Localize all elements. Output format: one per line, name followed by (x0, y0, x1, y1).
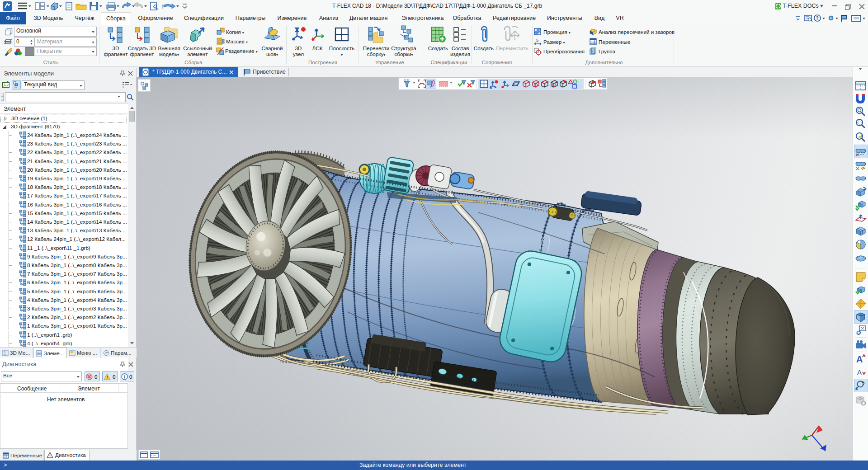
svg-text:5: 5 (862, 381, 865, 385)
svg-text:5: 5 (536, 38, 538, 42)
svg-text:A: A (856, 354, 863, 364)
svg-text:?: ? (816, 16, 819, 21)
svg-text:A: A (857, 368, 862, 376)
